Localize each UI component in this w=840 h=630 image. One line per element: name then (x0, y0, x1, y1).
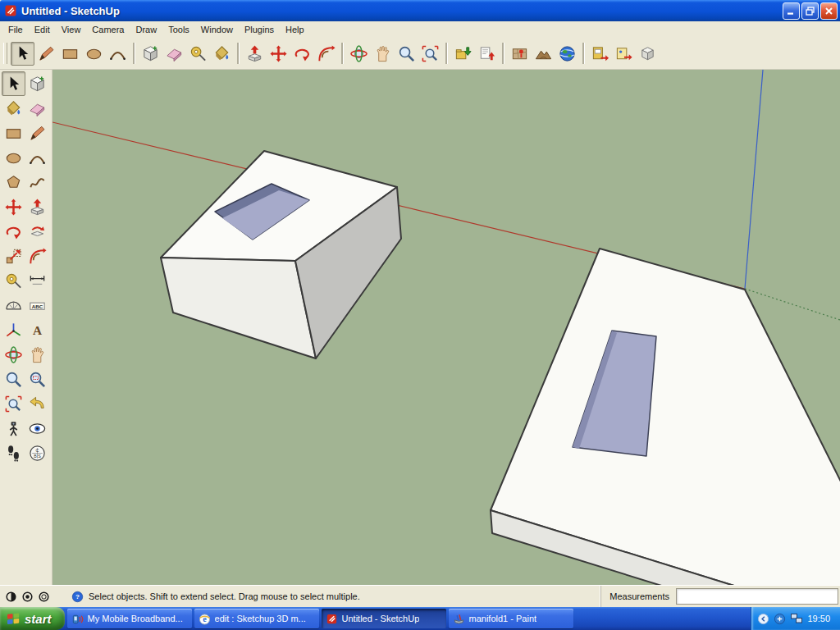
menu-window[interactable]: Window (195, 22, 239, 37)
axes-tool-button[interactable] (2, 317, 25, 342)
menu-file[interactable]: File (2, 22, 29, 37)
previous-tool-button[interactable] (25, 391, 49, 416)
offset-tool-button[interactable] (314, 42, 338, 66)
zoom-tool-button[interactable] (395, 42, 418, 66)
walk-tool-button[interactable] (2, 441, 25, 465)
zoom-window-tool-button[interactable] (25, 367, 49, 391)
google-earth-tool-button[interactable] (555, 42, 579, 66)
status-circle-icon-3[interactable] (38, 591, 50, 603)
minimize-button[interactable] (783, 2, 800, 20)
make-component-tool-button[interactable] (139, 42, 162, 66)
status-widgets (0, 591, 57, 603)
scale-tool-button[interactable] (2, 244, 25, 268)
pan-tool-button[interactable] (371, 42, 395, 66)
zoom-extents-tool-button[interactable] (2, 391, 25, 416)
send-to-layout-tool-button[interactable] (588, 42, 612, 66)
taskbar-task-paint[interactable]: manifold1 - Paint (449, 609, 573, 628)
freehand-icon (28, 173, 47, 192)
dimension-tool-button[interactable] (25, 268, 49, 293)
line-tool-button[interactable] (34, 42, 58, 66)
model-info-tool-button[interactable] (636, 42, 660, 66)
clock[interactable]: 19:50 (807, 614, 830, 623)
paint-bucket-icon (212, 44, 231, 63)
menu-tools[interactable]: Tools (162, 22, 195, 37)
follow-me-tool-button[interactable] (25, 219, 49, 244)
paint-bucket-tool-button[interactable] (210, 42, 234, 66)
look-around-tool-button[interactable] (25, 416, 49, 441)
circle-tool-button[interactable] (82, 42, 106, 66)
rotate-tool-button[interactable] (290, 42, 314, 66)
move-tool-button[interactable] (2, 194, 25, 219)
menu-view[interactable]: View (56, 22, 87, 37)
restore-button[interactable] (801, 2, 819, 20)
polygon-tool-button[interactable] (2, 170, 25, 194)
menu-draw[interactable]: Draw (130, 22, 162, 37)
status-circle-icon-1[interactable] (5, 591, 17, 603)
line-tool-button[interactable] (25, 121, 49, 145)
zoom-tool-button[interactable] (2, 367, 25, 391)
menu-edit[interactable]: Edit (29, 22, 56, 37)
svg-text:B S: B S (34, 453, 41, 458)
menu-plugins[interactable]: Plugins (239, 22, 280, 37)
make-component-tool-button[interactable] (25, 71, 49, 96)
paint-bucket-tool-button[interactable] (2, 96, 25, 121)
orbit-tool-button[interactable] (2, 342, 25, 367)
taskbar-task-sketchup[interactable]: Untitled - SketchUp (322, 609, 446, 628)
section-plane-tool-button[interactable]: CB S (25, 441, 49, 465)
menu-help[interactable]: Help (280, 22, 310, 37)
tray-connection-icon[interactable] (774, 613, 786, 625)
eraser-tool-button[interactable] (162, 42, 186, 66)
menubar: FileEditViewCameraDrawToolsWindowPlugins… (0, 21, 840, 38)
circle-icon (84, 44, 103, 63)
orbit-tool-button[interactable] (347, 42, 371, 66)
toolbar-drag-handle[interactable] (3, 43, 7, 64)
eraser-tool-button[interactable] (25, 96, 49, 121)
dimension-icon (28, 272, 47, 290)
tray-network-icon[interactable] (790, 613, 803, 624)
measurements-input[interactable] (676, 588, 838, 605)
titlebar[interactable]: Untitled - SketchUp (0, 0, 840, 21)
protractor-tool-button[interactable] (2, 293, 25, 317)
arc-tool-button[interactable] (25, 145, 49, 170)
offset-tool-button[interactable] (25, 244, 49, 268)
line-icon (37, 44, 56, 63)
model-canvas[interactable] (52, 70, 840, 585)
arc-tool-button[interactable] (106, 42, 130, 66)
menu-camera[interactable]: Camera (86, 22, 130, 37)
freehand-tool-button[interactable] (25, 170, 49, 194)
text-tool-button[interactable]: ABC (25, 293, 49, 317)
tray-collapse-chevron-icon[interactable] (757, 613, 769, 625)
polygon-icon (4, 173, 23, 192)
rectangle-tool-button[interactable] (58, 42, 82, 66)
tape-measure-tool-button[interactable] (186, 42, 210, 66)
select-tool-button[interactable] (2, 71, 25, 96)
rotate-tool-button[interactable] (2, 219, 25, 244)
position-camera-tool-button[interactable] (2, 416, 25, 441)
viewport[interactable] (52, 70, 840, 585)
move-tool-button[interactable] (267, 42, 290, 66)
help-icon[interactable]: ? (71, 591, 84, 603)
share-models-tool-button[interactable] (475, 42, 499, 66)
select-icon (4, 75, 23, 94)
status-circle-icon-2[interactable] (21, 591, 34, 603)
pan-tool-button[interactable] (25, 342, 49, 367)
push-pull-tool-button[interactable] (243, 42, 267, 66)
select-tool-button[interactable] (11, 42, 34, 66)
3d-text-tool-button[interactable]: A (25, 317, 49, 342)
toggle-terrain-tool-button[interactable] (532, 42, 555, 66)
zoom-extents-tool-button[interactable] (418, 42, 442, 66)
rectangle-tool-button[interactable] (2, 121, 25, 145)
get-models-tool-button[interactable] (451, 42, 475, 66)
add-location-tool-button[interactable] (508, 42, 532, 66)
push-pull-tool-button[interactable] (25, 194, 49, 219)
circle-tool-button[interactable] (2, 145, 25, 170)
start-button[interactable]: start (0, 607, 65, 630)
move-icon (269, 44, 288, 63)
close-button[interactable] (820, 2, 838, 20)
export-image-tool-button[interactable] (612, 42, 636, 66)
rotate-icon (4, 222, 23, 241)
taskbar-task-broadband[interactable]: My Mobile Broadband... (67, 609, 192, 628)
box-front-left-face[interactable] (161, 258, 316, 358)
taskbar-task-ie[interactable]: eedit : Sketchup 3D m... (194, 609, 319, 628)
tape-measure-tool-button[interactable] (2, 268, 25, 293)
